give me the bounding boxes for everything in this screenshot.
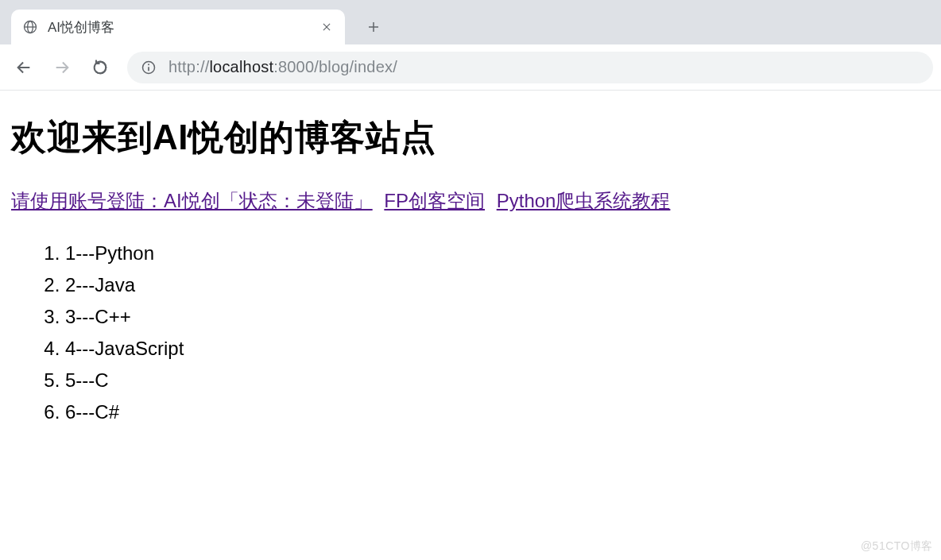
close-tab-icon[interactable] [319, 20, 334, 34]
nav-links: 请使用账号登陆：AI悦创「状态：未登陆」 FP创客空间 Python爬虫系统教程 [11, 188, 930, 214]
globe-icon [22, 19, 38, 35]
list-item: 5---C [65, 369, 930, 392]
login-status-link[interactable]: 请使用账号登陆：AI悦创「状态：未登陆」 [11, 190, 373, 211]
list-item: 3---C++ [65, 306, 930, 328]
svg-point-11 [148, 64, 149, 65]
address-bar[interactable]: http://localhost:8000/blog/index/ [127, 52, 933, 83]
url-text: http://localhost:8000/blog/index/ [168, 58, 397, 76]
new-tab-button[interactable] [359, 13, 388, 41]
browser-toolbar: http://localhost:8000/blog/index/ [0, 44, 941, 91]
url-host: localhost [209, 58, 273, 75]
list-item: 2---Java [65, 274, 930, 296]
course-list: 1---Python 2---Java 3---C++ 4---JavaScri… [11, 242, 930, 423]
back-button[interactable] [8, 52, 40, 83]
tab-title: AI悦创博客 [48, 18, 319, 37]
list-item: 6---C# [65, 401, 930, 423]
watermark: @51CTO博客 [861, 539, 933, 554]
url-scheme: http:// [168, 58, 209, 75]
fp-space-link[interactable]: FP创客空间 [384, 190, 485, 211]
list-item: 1---Python [65, 242, 930, 265]
tab-strip: AI悦创博客 [0, 0, 941, 44]
page-content: 欢迎来到AI悦创的博客站点 请使用账号登陆：AI悦创「状态：未登陆」 FP创客空… [0, 91, 941, 444]
list-item: 4---JavaScript [65, 338, 930, 360]
reload-button[interactable] [84, 52, 116, 83]
site-info-icon[interactable] [140, 59, 157, 76]
active-tab[interactable]: AI悦创博客 [11, 10, 345, 44]
forward-button[interactable] [46, 52, 78, 83]
page-heading: 欢迎来到AI悦创的博客站点 [11, 114, 930, 161]
url-path: :8000/blog/index/ [273, 58, 397, 75]
python-crawler-link[interactable]: Python爬虫系统教程 [497, 190, 671, 211]
